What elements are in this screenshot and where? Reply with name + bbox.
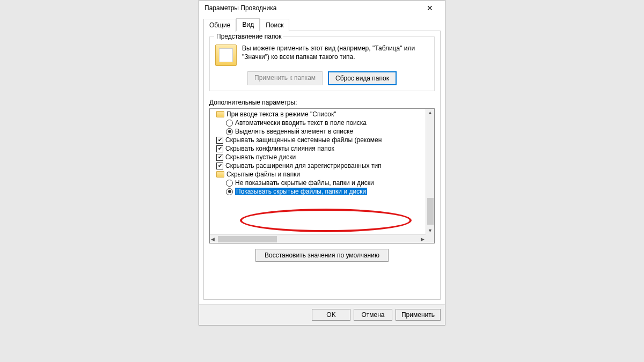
horizontal-scrollbar[interactable]: ◀ ▶ — [210, 234, 426, 243]
tree-item-label: Скрытые файлы и папки — [226, 171, 300, 178]
restore-defaults-button[interactable]: Восстановить значения по умолчанию — [255, 249, 389, 262]
tree-item[interactable]: Скрытые файлы и папки — [210, 170, 426, 179]
tab-content-view: Представление папок Вы можете применить … — [203, 31, 441, 300]
tab-strip: Общие Вид Поиск — [203, 18, 441, 31]
tree-item[interactable]: Скрывать конфликты слияния папок — [210, 144, 426, 153]
folder-icon — [215, 45, 237, 66]
tree-item-label: Скрывать конфликты слияния папок — [225, 145, 334, 152]
tab-search[interactable]: Поиск — [260, 19, 289, 32]
apply-to-folders-button: Применить к папкам — [247, 71, 323, 85]
cancel-button[interactable]: Отмена — [354, 309, 392, 321]
folder-icon — [216, 111, 224, 117]
scroll-corner — [426, 234, 434, 243]
folder-options-dialog: Параметры Проводника ✕ Общие Вид Поиск П… — [199, 0, 445, 326]
scroll-left-icon[interactable]: ◀ — [210, 235, 216, 243]
scroll-down-icon[interactable]: ▼ — [427, 227, 434, 234]
scroll-thumb-horizontal[interactable] — [218, 236, 277, 242]
tree-item[interactable]: Скрывать защищенные системные файлы (рек… — [210, 136, 426, 144]
titlebar: Параметры Проводника ✕ — [199, 1, 445, 16]
tree-item[interactable]: Выделять введенный элемент в списке — [210, 127, 426, 136]
folder-views-description: Вы можете применить этот вид (например, … — [242, 45, 429, 66]
tree-item-label: Скрывать расширения для зарегистрированн… — [225, 162, 382, 169]
tab-view[interactable]: Вид — [236, 18, 260, 31]
folder-views-title: Представление папок — [214, 33, 283, 40]
tree-item-label: Показывать скрытые файлы, папки и диски — [235, 188, 367, 195]
radio-icon[interactable] — [226, 128, 233, 135]
tree-item-label: Автоматически вводить текст в поле поиск… — [235, 119, 367, 127]
close-icon[interactable]: ✕ — [419, 4, 441, 12]
tab-general[interactable]: Общие — [203, 19, 236, 32]
window-title: Параметры Проводника — [204, 4, 276, 12]
checkbox-icon[interactable] — [216, 154, 223, 161]
tree-item-label: При вводе текста в режиме "Список" — [226, 110, 336, 118]
tree-item-label: Не показывать скрытые файлы, папки и дис… — [235, 179, 374, 187]
tree-item-label: Выделять введенный элемент в списке — [235, 128, 353, 135]
radio-icon[interactable] — [226, 120, 233, 127]
apply-button[interactable]: Применить — [396, 309, 441, 321]
folder-views-group: Представление папок Вы можете применить … — [209, 36, 435, 91]
advanced-label: Дополнительные параметры: — [209, 99, 435, 106]
radio-icon[interactable] — [226, 188, 233, 195]
dialog-button-row: OK Отмена Применить — [199, 304, 445, 325]
advanced-settings-tree[interactable]: При вводе текста в режиме "Список"Автома… — [209, 108, 435, 243]
tree-item[interactable]: Автоматически вводить текст в поле поиск… — [210, 119, 426, 127]
folder-icon — [216, 171, 224, 178]
vertical-scrollbar[interactable]: ▲ ▼ — [426, 109, 434, 234]
tree-item[interactable]: Скрывать пустые диски — [210, 153, 426, 161]
radio-icon[interactable] — [226, 180, 233, 187]
tree-item[interactable]: При вводе текста в режиме "Список" — [210, 110, 426, 119]
reset-folders-button[interactable]: Сброс вида папок — [328, 71, 397, 85]
scroll-thumb-vertical[interactable] — [427, 198, 434, 225]
tree-item[interactable]: Не показывать скрытые файлы, папки и дис… — [210, 179, 426, 187]
checkbox-icon[interactable] — [216, 137, 223, 144]
tree-item-label: Скрывать пустые диски — [225, 153, 296, 161]
tree-item[interactable]: Показывать скрытые файлы, папки и диски — [210, 187, 426, 196]
scroll-right-icon[interactable]: ▶ — [420, 235, 426, 243]
tree-item[interactable]: Скрывать расширения для зарегистрированн… — [210, 161, 426, 170]
scroll-up-icon[interactable]: ▲ — [427, 109, 434, 116]
checkbox-icon[interactable] — [216, 162, 223, 169]
checkbox-icon[interactable] — [216, 145, 223, 152]
ok-button[interactable]: OK — [312, 309, 350, 321]
tree-item-label: Скрывать защищенные системные файлы (рек… — [225, 136, 382, 144]
